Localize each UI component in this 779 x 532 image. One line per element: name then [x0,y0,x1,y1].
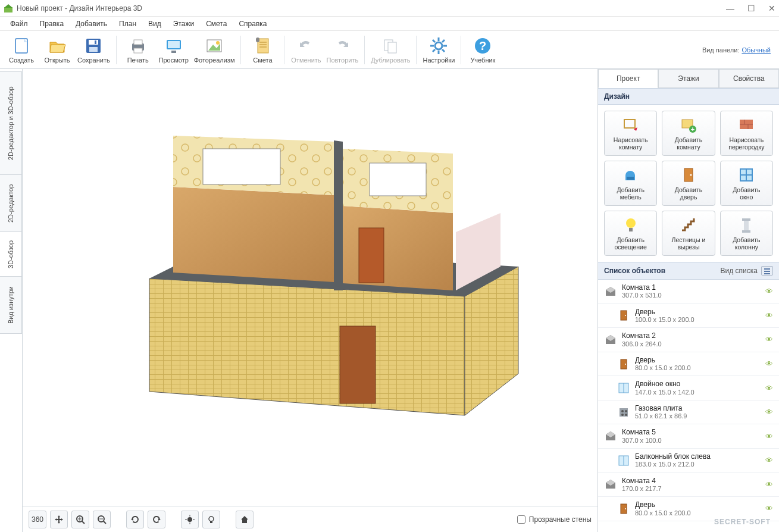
toolbar-estimate[interactable]: Смета [245,32,280,68]
minimize-button[interactable]: — [726,4,734,13]
visibility-toggle[interactable]: 👁 [765,384,773,393]
design-btn-add-window[interactable]: Добавитьокно [720,161,773,206]
object-item-4[interactable]: Двойное окно147.0 x 15.0 x 142.0👁 [598,376,779,400]
design-btn-add-column[interactable]: Добавитьколонну [720,211,773,256]
svg-line-30 [442,49,445,52]
vtab-0[interactable]: 2D-редактор и 3D-обзор [0,71,22,175]
object-item-0[interactable]: Комната 1307.0 x 531.0👁 [598,280,779,304]
object-item-8[interactable]: Комната 4170.0 x 217.7👁 [598,473,779,497]
visibility-toggle[interactable]: 👁 [765,480,773,489]
visibility-toggle[interactable]: 👁 [765,432,773,441]
room-icon [604,430,617,443]
panel-mode-label: Вид панели: [702,46,739,54]
panel-mode-link[interactable]: Обычный [742,46,771,54]
menu-файл[interactable]: Файл [5,18,33,30]
tool-rotate-ccw[interactable] [126,511,144,528]
toolbar-photoreal[interactable]: Фотореализм [192,32,237,68]
object-item-6[interactable]: Комната 5307.0 x 100.0👁 [598,424,779,449]
draw-room-icon [622,116,640,134]
object-item-1[interactable]: Дверь100.0 x 15.0 x 200.0👁 [598,304,779,328]
stove-icon [617,406,630,419]
svg-point-100 [625,364,626,365]
estimate-icon [253,36,272,55]
tool-pan[interactable] [50,511,68,528]
toolbar-open[interactable]: Открыть [39,32,75,68]
viewport-bottom-bar: 360 Прозрачные стены [23,506,597,532]
object-item-7[interactable]: Балконный блок слева183.0 x 15.0 x 212.0… [598,449,779,473]
viewport: 360 Прозрачные стены [23,69,598,532]
vtab-1[interactable]: 2D-редактор [0,174,22,232]
svg-point-24 [435,42,442,49]
save-icon [84,36,103,55]
object-item-2[interactable]: Комната 2306.0 x 264.0👁 [598,328,779,352]
tool-zoom-in[interactable] [71,511,89,528]
add-window-icon [737,166,755,184]
menu-этажи[interactable]: Этажи [168,18,199,30]
menu-справка[interactable]: Справка [233,18,272,30]
visibility-toggle[interactable]: 👁 [765,456,773,465]
maximize-button[interactable]: ☐ [747,4,755,13]
vtab-2[interactable]: 3D-обзор [0,231,22,277]
create-icon [12,36,31,55]
design-btn-add-furniture[interactable]: Добавитьмебель [604,161,657,206]
menu-правка[interactable]: Правка [35,18,70,30]
tool-sun-icon[interactable] [181,511,199,528]
svg-rect-88 [742,218,750,221]
vtab-3[interactable]: Вид изнутри [0,276,22,334]
toolbar-create[interactable]: Создать [4,32,39,68]
visibility-toggle[interactable]: 👁 [765,408,773,417]
svg-marker-41 [149,278,465,415]
svg-rect-13 [171,51,176,53]
visibility-toggle[interactable]: 👁 [765,335,773,344]
menu-добавить[interactable]: Добавить [70,18,112,30]
add-column-icon [737,216,755,234]
toolbar-print[interactable]: Печать [120,32,156,68]
left-vertical-tabs: 2D-редактор и 3D-обзор2D-редактор3D-обзо… [0,69,23,532]
svg-line-55 [82,521,85,524]
design-btn-add-door[interactable]: Добавитьдверь [662,161,715,206]
rtab-проект[interactable]: Проект [598,69,658,88]
object-item-3[interactable]: Дверь80.0 x 15.0 x 200.0👁 [598,352,779,377]
transparent-walls-label: Прозрачные стены [529,515,592,524]
tool-zoom-out[interactable] [93,511,111,528]
rtab-этажи[interactable]: Этажи [658,69,718,88]
design-btn-stairs-cuts[interactable]: Лестницы ивырезы [662,211,715,256]
toolbar-duplicate: Дублировать [368,32,412,68]
door-icon [617,502,630,515]
visibility-toggle[interactable]: 👁 [765,287,773,296]
visibility-toggle[interactable]: 👁 [765,359,773,368]
transparent-walls-checkbox[interactable]: Прозрачные стены [517,515,592,524]
design-btn-add-room[interactable]: +Добавитькомнату [662,111,715,156]
visibility-toggle[interactable]: 👁 [765,311,773,320]
design-btn-draw-partition[interactable]: Нарисоватьперегородку [720,111,773,156]
svg-rect-69 [210,521,212,523]
toolbar-settings[interactable]: Настройки [420,32,457,68]
menu-вид[interactable]: Вид [143,18,167,30]
tool-bulb-icon[interactable] [202,511,220,528]
svg-rect-71 [624,120,635,128]
svg-marker-1 [4,4,12,8]
toolbar-tutorial[interactable]: ?Учебник [465,32,500,68]
object-item-5[interactable]: Газовая плита51.0 x 62.1 x 86.9👁 [598,400,779,425]
visibility-toggle[interactable]: 👁 [765,504,773,513]
svg-rect-52 [340,326,376,403]
toolbar-save[interactable]: Сохранить [75,32,112,68]
3d-canvas[interactable] [23,69,597,506]
tool-360[interactable]: 360 [29,511,46,528]
toolbar-preview[interactable]: Просмотр [156,32,192,68]
svg-rect-9 [134,40,142,45]
svg-rect-90 [764,268,770,270]
list-mode-icon[interactable] [761,266,773,276]
menu-смета[interactable]: Смета [201,18,232,30]
window-title: Новый проект - Дизайн Интерьера 3D [17,4,726,12]
svg-line-31 [442,40,445,42]
design-section-header: Дизайн [598,88,779,105]
add-lighting-icon [622,216,640,234]
menu-план[interactable]: План [114,18,142,30]
design-btn-add-lighting[interactable]: Добавитьосвещение [604,211,657,256]
close-button[interactable]: ✕ [768,4,775,13]
tool-home-icon[interactable] [236,511,254,528]
tool-rotate-cw[interactable] [148,511,165,528]
design-btn-draw-room[interactable]: Нарисоватькомнату [604,111,657,156]
rtab-свойства[interactable]: Свойства [719,69,779,88]
